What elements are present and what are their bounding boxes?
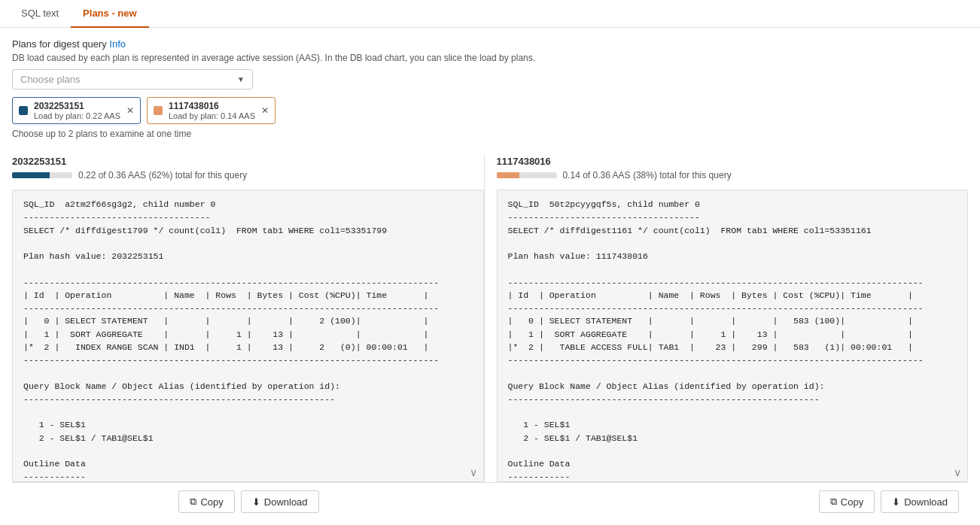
plan-code-area-left: SQL_ID a2tm2f66sg3g2, child number 0 ---… bbox=[12, 190, 484, 482]
info-section: Plans for digest query Info DB load caus… bbox=[12, 38, 968, 148]
choose-notice: Choose up to 2 plans to examine at one t… bbox=[12, 129, 968, 139]
plan-tag-close-0[interactable]: ✕ bbox=[126, 105, 134, 116]
plan-progress-text-right: 0.14 of 0.36 AAS (38%) total for this qu… bbox=[563, 170, 732, 181]
info-description: DB load caused by each plan is represent… bbox=[12, 53, 968, 63]
plan-progress-row-right: 0.14 of 0.36 AAS (38%) total for this qu… bbox=[497, 170, 969, 181]
plan-tag-id-0: 2032253151 bbox=[34, 101, 120, 111]
download-button-right[interactable]: ⬇ Download bbox=[881, 490, 959, 513]
plan-header-right: 1117438016 0.14 of 0.36 AAS (38%) total … bbox=[497, 156, 969, 185]
plan-tag-id-1: 1117438016 bbox=[169, 101, 255, 111]
scroll-down-icon-right: ∨ bbox=[954, 466, 961, 478]
copy-button-left[interactable]: ⧉ Copy bbox=[178, 490, 234, 513]
plan-code-pre-right: SQL_ID 50t2pcyygqf5s, child number 0 ---… bbox=[508, 198, 957, 481]
footer-right: ⧉ Copy ⬇ Download bbox=[485, 483, 968, 520]
plan-progress-fill-left bbox=[12, 172, 50, 178]
plan-color-dot-blue bbox=[19, 106, 28, 115]
panels-footer: ⧉ Copy ⬇ Download ⧉ Copy ⬇ Download bbox=[12, 482, 968, 520]
info-link[interactable]: Info bbox=[109, 38, 126, 50]
plan-code-area-right: SQL_ID 50t2pcyygqf5s, child number 0 ---… bbox=[497, 190, 969, 482]
plan-header-left: 2032253151 0.22 of 0.36 AAS (62%) total … bbox=[12, 156, 484, 185]
plan-tag-load-1: Load by plan: 0.14 AAS bbox=[169, 111, 255, 120]
tab-bar: SQL text Plans - new bbox=[0, 0, 980, 28]
plan-tag-close-1[interactable]: ✕ bbox=[261, 105, 269, 116]
plan-id-left: 2032253151 bbox=[12, 156, 484, 167]
scroll-down-icon-left: ∨ bbox=[470, 466, 477, 478]
plan-progress-row-left: 0.22 of 0.36 AAS (62%) total for this qu… bbox=[12, 170, 484, 181]
plan-progress-bar-right bbox=[497, 172, 557, 178]
footer-left: ⧉ Copy ⬇ Download bbox=[12, 483, 485, 520]
plan-code-scroll-right[interactable]: SQL_ID 50t2pcyygqf5s, child number 0 ---… bbox=[498, 190, 968, 481]
plan-panel-right: 1117438016 0.14 of 0.36 AAS (38%) total … bbox=[484, 156, 969, 482]
dropdown-placeholder: Choose plans bbox=[20, 74, 81, 85]
plan-tag-load-0: Load by plan: 0.22 AAS bbox=[34, 111, 120, 120]
plan-progress-bar-left bbox=[12, 172, 72, 178]
main-content: Plans for digest query Info DB load caus… bbox=[0, 28, 980, 520]
download-icon-right: ⬇ bbox=[892, 496, 900, 508]
plan-tag-0: 2032253151 Load by plan: 0.22 AAS ✕ bbox=[12, 97, 141, 124]
plans-panels: 2032253151 0.22 of 0.36 AAS (62%) total … bbox=[12, 156, 968, 482]
plan-code-scroll-left[interactable]: SQL_ID a2tm2f66sg3g2, child number 0 ---… bbox=[13, 190, 483, 481]
plan-color-dot-orange bbox=[154, 106, 163, 115]
download-icon-left: ⬇ bbox=[252, 496, 260, 508]
copy-button-right[interactable]: ⧉ Copy bbox=[819, 490, 875, 513]
tab-plans-new[interactable]: Plans - new bbox=[71, 0, 149, 28]
download-button-left[interactable]: ⬇ Download bbox=[241, 490, 319, 513]
selected-plans: 2032253151 Load by plan: 0.22 AAS ✕ 1117… bbox=[12, 97, 968, 124]
plan-tag-content-1: 1117438016 Load by plan: 0.14 AAS bbox=[169, 101, 255, 120]
chevron-down-icon: ▼ bbox=[237, 75, 245, 83]
plan-panel-left: 2032253151 0.22 of 0.36 AAS (62%) total … bbox=[12, 156, 484, 482]
choose-plans-dropdown[interactable]: Choose plans ▼ bbox=[12, 69, 253, 90]
plan-id-right: 1117438016 bbox=[497, 156, 969, 167]
copy-icon-left: ⧉ bbox=[190, 496, 196, 508]
plan-code-pre-left: SQL_ID a2tm2f66sg3g2, child number 0 ---… bbox=[23, 198, 473, 481]
plan-progress-text-left: 0.22 of 0.36 AAS (62%) total for this qu… bbox=[78, 170, 247, 181]
plan-tag-1: 1117438016 Load by plan: 0.14 AAS ✕ bbox=[147, 97, 275, 124]
info-title: Plans for digest query Info bbox=[12, 38, 968, 50]
plan-progress-fill-right bbox=[497, 172, 519, 178]
tab-sql-text[interactable]: SQL text bbox=[9, 0, 71, 28]
plan-tag-content-0: 2032253151 Load by plan: 0.22 AAS bbox=[34, 101, 120, 120]
copy-icon-right: ⧉ bbox=[830, 496, 837, 508]
